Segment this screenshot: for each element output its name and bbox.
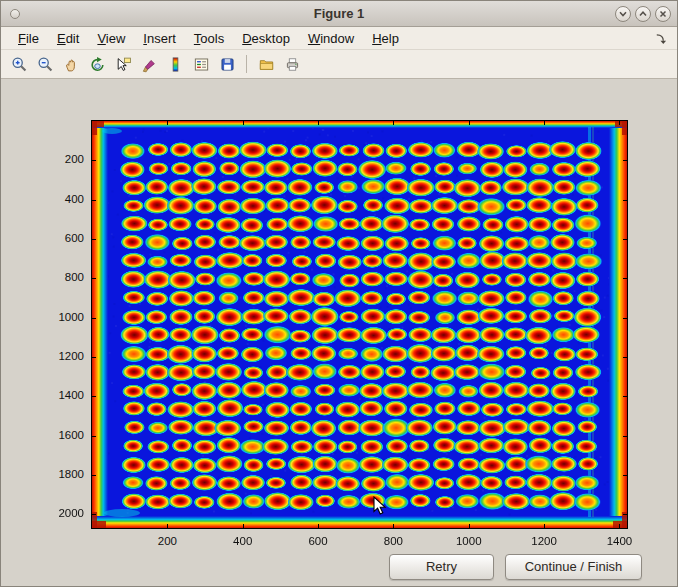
y-tick-label: 1200 xyxy=(44,350,84,362)
rotate-3d-icon[interactable] xyxy=(85,52,109,76)
retry-button[interactable]: Retry xyxy=(389,554,494,580)
x-tick-label: 400 xyxy=(233,535,252,547)
chevron-up-icon xyxy=(638,9,648,19)
toolbar-separator xyxy=(246,55,247,73)
y-tick-label: 1400 xyxy=(44,389,84,401)
open-file-icon[interactable] xyxy=(254,52,278,76)
y-tick-label: 2000 xyxy=(44,507,84,519)
shade-button[interactable] xyxy=(615,6,631,22)
close-icon xyxy=(658,9,668,19)
x-tick-label: 800 xyxy=(384,535,403,547)
x-tick-label: 600 xyxy=(308,535,327,547)
menu-view[interactable]: View xyxy=(88,29,134,48)
dock-figure-icon[interactable] xyxy=(651,29,669,47)
menu-edit[interactable]: Edit xyxy=(48,29,88,48)
zoom-out-icon[interactable] xyxy=(33,52,57,76)
y-tick-label: 800 xyxy=(44,271,84,283)
figure-toolbar xyxy=(1,50,677,79)
y-tick-label: 400 xyxy=(44,193,84,205)
y-tick-label: 200 xyxy=(44,153,84,165)
menu-desktop[interactable]: Desktop xyxy=(233,29,299,48)
y-tick-label: 1000 xyxy=(44,311,84,323)
insert-legend-icon[interactable] xyxy=(189,52,213,76)
menu-file[interactable]: File xyxy=(9,29,48,48)
window-title: Figure 1 xyxy=(1,1,677,26)
continue-finish-button[interactable]: Continue / Finish xyxy=(505,554,642,580)
window-controls xyxy=(615,6,671,22)
data-cursor-icon[interactable] xyxy=(111,52,135,76)
print-figure-icon[interactable] xyxy=(280,52,304,76)
menu-tools[interactable]: Tools xyxy=(185,29,233,48)
menubar: File Edit View Insert Tools Desktop Wind… xyxy=(1,27,677,50)
y-tick-label: 1600 xyxy=(44,429,84,441)
brush-icon[interactable] xyxy=(137,52,161,76)
axes xyxy=(91,120,628,529)
figure-window: Figure 1 File Edit View Insert Tools Des… xyxy=(0,0,678,587)
close-button[interactable] xyxy=(655,6,671,22)
y-tick-label: 1800 xyxy=(44,468,84,480)
x-tick-label: 1000 xyxy=(456,535,482,547)
save-figure-icon[interactable] xyxy=(215,52,239,76)
menu-window[interactable]: Window xyxy=(299,29,363,48)
chevron-down-icon xyxy=(618,9,628,19)
titlebar[interactable]: Figure 1 xyxy=(1,1,677,27)
x-tick-label: 200 xyxy=(158,535,177,547)
maximize-button[interactable] xyxy=(635,6,651,22)
pan-hand-icon[interactable] xyxy=(59,52,83,76)
insert-colorbar-icon[interactable] xyxy=(163,52,187,76)
zoom-in-icon[interactable] xyxy=(7,52,31,76)
x-tick-label: 1400 xyxy=(607,535,633,547)
figure-area: Retry Continue / Finish 2004006008001000… xyxy=(1,79,677,586)
menu-help[interactable]: Help xyxy=(363,29,408,48)
menu-insert[interactable]: Insert xyxy=(134,29,185,48)
x-tick-label: 1200 xyxy=(531,535,557,547)
y-tick-label: 600 xyxy=(44,232,84,244)
plot-image[interactable] xyxy=(92,121,627,528)
